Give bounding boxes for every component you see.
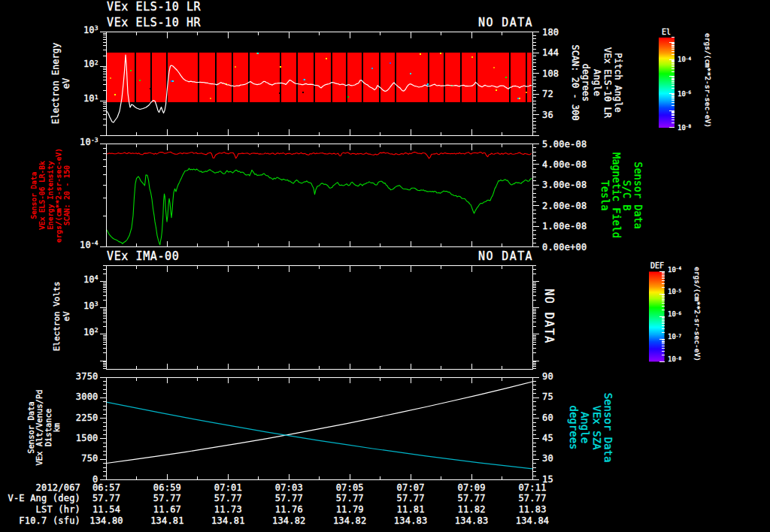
- exponent: -4: [686, 55, 691, 60]
- axis-label-line: Electron Energy: [51, 43, 62, 124]
- colorbar-tick-label: 10-7: [668, 334, 681, 340]
- spectrogram-speck: [390, 62, 391, 64]
- exponent: 3: [95, 301, 99, 307]
- table-value: 11.82: [458, 505, 486, 514]
- spectrogram-speck: [326, 58, 327, 59]
- axis-label-line: degrees: [581, 44, 591, 120]
- axis-tick-label: 30: [542, 454, 553, 463]
- panel1-title-line2: VEx ELS-10 HR: [107, 17, 201, 29]
- spectrogram-speck: [420, 53, 421, 55]
- axis-label-line: Electron Volts: [52, 282, 62, 352]
- panel3-box: [107, 266, 533, 370]
- axis-tick-label: 45: [542, 434, 553, 443]
- time-label: 07:11: [518, 483, 546, 492]
- axis-label-line: Sensor Data: [27, 389, 35, 465]
- colorbar-tick-label: 10-5: [668, 289, 681, 295]
- exponent: -4: [91, 240, 99, 246]
- exponent: 2: [95, 327, 99, 334]
- panel1-right-axis-title: Pitch Angle VEx ELS-10 LR Angle degrees …: [569, 44, 623, 120]
- table-value: 57.77: [458, 494, 486, 503]
- table-value: 134.84: [516, 516, 550, 525]
- table-value: 134.82: [272, 516, 306, 525]
- axis-tick-label: 3000: [76, 392, 99, 401]
- altitude-trace: [107, 382, 533, 464]
- panel4-right-axis-title: Sensor Data VEx SZA Angle degrees: [567, 393, 613, 463]
- spectrogram-speck: [235, 66, 236, 68]
- spectrogram-speck: [130, 70, 132, 71]
- table-value: 11.83: [518, 505, 546, 514]
- spectrogram-speck: [471, 56, 473, 58]
- table-value: 57.77: [92, 494, 120, 503]
- axis-tick-label: 5.00e-08: [542, 140, 587, 149]
- axis-label-line: Pitch Angle: [612, 44, 623, 120]
- axis-tick-label: 1500: [76, 434, 99, 443]
- axis-label-line: Energy Intensity: [46, 148, 54, 243]
- panel4-left-axis-title: Sensor Data VEx Alt/Venus/Pd Distance km: [27, 389, 62, 465]
- axis-tick-label: 180: [542, 28, 559, 37]
- spectrogram-speck: [505, 77, 507, 78]
- table-value: 57.77: [336, 494, 364, 503]
- colorbar1-unit-label: ergs/(cm**2-sr-sec-eV): [704, 33, 712, 128]
- table-value: 134.81: [150, 516, 184, 525]
- spectrogram-speck: [304, 79, 305, 80]
- spectrogram-speck: [410, 73, 411, 74]
- colorbar-tick-label: 10-6: [678, 90, 691, 97]
- panel3-title: VEx IMA-00: [107, 251, 179, 262]
- exponent: -7: [676, 332, 681, 337]
- table-value: 134.81: [211, 516, 245, 525]
- row-header-lst: LST (hr): [36, 505, 80, 514]
- els-intensity-trace: [107, 152, 531, 159]
- axis-tick-label: 2250: [76, 413, 99, 422]
- time-label: 07:01: [214, 483, 242, 492]
- axis-label-line: ergs/(cm**2-sr-sec-eV): [704, 33, 712, 128]
- exponent: 2: [95, 59, 99, 66]
- spectrogram-speck: [347, 96, 349, 98]
- spectrogram-speck: [496, 89, 497, 91]
- spectrogram-speck: [110, 77, 111, 79]
- spectrogram-speck: [302, 92, 304, 93]
- axis-label-line: eV: [62, 282, 71, 352]
- table-value: 11.81: [397, 505, 425, 514]
- colorbar2-title: DEF: [650, 262, 664, 270]
- time-label: 07:05: [336, 483, 364, 492]
- spectrogram-speck: [139, 80, 141, 81]
- exponent: -5: [676, 287, 681, 292]
- table-value: 11.67: [153, 505, 181, 514]
- axis-tick-label: 104: [83, 275, 99, 284]
- axis-tick-label: 90: [542, 372, 553, 381]
- panel3-no-data-rotated: NO DATA: [542, 289, 556, 344]
- exponent: -3: [91, 137, 99, 144]
- axis-label-line: ergs/(cm**2-sr-sec-eV): [693, 267, 702, 361]
- table-value: 134.80: [89, 516, 123, 525]
- axis-label-line: Distance: [44, 389, 53, 465]
- row-header-f107: F10.7 (sfu): [19, 516, 80, 525]
- axis-tick-label: 102: [83, 59, 99, 68]
- axis-tick-label: 101: [83, 94, 99, 103]
- spectrogram-speck: [257, 53, 259, 54]
- vex-quicklook-screen: VEx ELS-10 LR VEx ELS-10 HR NO DATA VEx …: [0, 0, 770, 532]
- time-label: 06:57: [92, 483, 120, 492]
- axis-tick-label: 1.00e-08: [542, 222, 587, 231]
- panel1-title-line1: VEx ELS-10 LR: [107, 2, 201, 13]
- date-label: 2012/067: [36, 483, 80, 492]
- spectrogram-speck: [172, 80, 174, 82]
- axis-label-line: Angle: [591, 44, 602, 120]
- exponent: -6: [686, 89, 691, 94]
- axis-label-line: S/C B: [622, 153, 633, 238]
- time-label: 06:59: [153, 483, 181, 492]
- exponent: -8: [676, 355, 681, 360]
- axis-label-line: NO DATA: [542, 289, 556, 344]
- exponent: 3: [95, 25, 99, 32]
- axis-tick-label: 4.00e-08: [542, 160, 587, 169]
- axis-tick-label: 3.00e-08: [542, 180, 587, 189]
- spectrogram-speck: [171, 80, 172, 82]
- colorbar-tick-label: 10-4: [678, 56, 691, 63]
- els-spectrogram-band: [107, 53, 532, 103]
- axis-tick-label: 72: [542, 89, 553, 98]
- exponent: -6: [676, 310, 681, 315]
- spectrogram-speck: [280, 66, 281, 68]
- axis-tick-label: 10-4: [80, 240, 98, 249]
- axis-tick-label: 3750: [76, 372, 99, 381]
- time-label: 07:03: [275, 483, 303, 492]
- axis-tick-label: 750: [81, 454, 98, 463]
